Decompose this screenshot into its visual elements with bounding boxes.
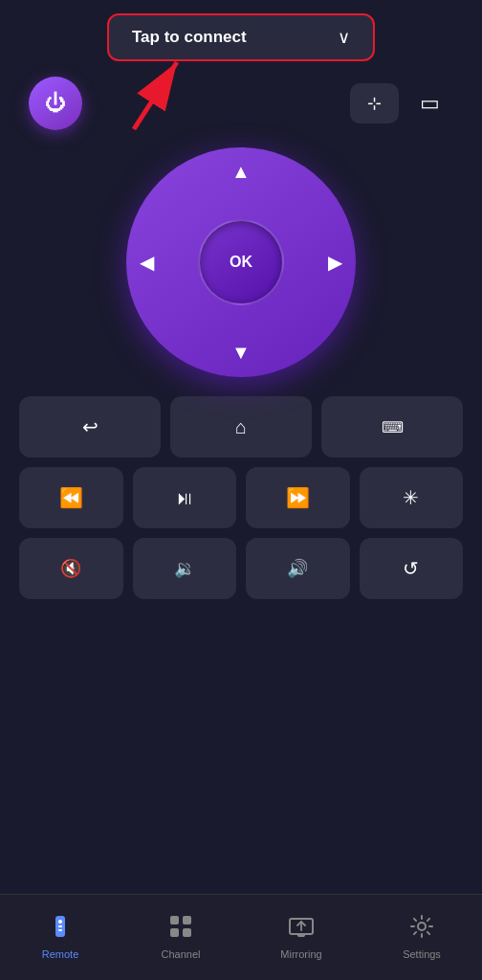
dpad-right-button[interactable]: ▶ <box>328 251 342 274</box>
dpad-down-button[interactable]: ▼ <box>231 342 251 364</box>
remote-icon <box>48 914 73 945</box>
svg-rect-8 <box>170 928 179 937</box>
fast-forward-button[interactable]: ⏩ <box>246 467 350 528</box>
power-icon: ⏻ <box>45 91 66 116</box>
home-icon: ⌂ <box>235 416 247 438</box>
asterisk-button[interactable]: ✳ <box>360 467 464 528</box>
volume-up-button[interactable]: 🔊 <box>246 538 350 599</box>
nav-mirroring[interactable]: Mirroring <box>241 906 362 969</box>
connect-bar-section: Tap to connect ∨ <box>0 0 482 69</box>
settings-icon <box>409 914 434 945</box>
tap-to-connect-button[interactable]: Tap to connect ∨ <box>107 13 375 61</box>
volume-down-button[interactable]: 🔉 <box>133 538 237 599</box>
play-pause-icon: ⏯ <box>175 487 194 509</box>
rewind-icon: ⏪ <box>59 486 83 509</box>
keyboard-icon: ⌨ <box>382 418 404 436</box>
play-pause-button[interactable]: ⏯ <box>133 467 237 528</box>
asterisk-icon: ✳ <box>403 486 419 509</box>
move-button[interactable]: ⊹ <box>350 83 399 123</box>
nav-settings-label: Settings <box>403 948 441 960</box>
ok-label: OK <box>230 254 252 271</box>
dpad-container: ▲ ▼ ◀ ▶ OK <box>0 138 482 396</box>
dpad-up-icon: ▲ <box>231 161 251 183</box>
svg-rect-6 <box>170 916 179 924</box>
back-icon: ↩ <box>82 415 99 438</box>
nav-channel-label: Channel <box>162 948 201 960</box>
dpad-up-button[interactable]: ▲ <box>231 161 251 183</box>
svg-rect-9 <box>183 928 191 937</box>
move-controls-group: ⊹ ▭ <box>350 81 453 125</box>
dpad-down-icon: ▼ <box>231 342 251 364</box>
channel-icon <box>168 914 193 945</box>
volume-up-icon: 🔊 <box>287 558 308 579</box>
back-button[interactable]: ↩ <box>19 396 161 457</box>
nav-mirroring-label: Mirroring <box>280 948 321 960</box>
keyboard-button[interactable]: ⌨ <box>321 396 463 457</box>
media-row2: ⏪ ⏯ ⏩ ✳ <box>0 467 482 528</box>
rewind-button[interactable]: ⏪ <box>19 467 123 528</box>
power-button[interactable]: ⏻ <box>29 77 82 130</box>
chevron-down-icon: ∨ <box>338 27 350 48</box>
dpad: ▲ ▼ ◀ ▶ OK <box>126 147 356 377</box>
volume-mute-button[interactable]: 🔇 <box>19 538 123 599</box>
svg-point-3 <box>58 920 62 924</box>
dpad-left-icon: ◀ <box>140 251 154 274</box>
media-row3: 🔇 🔉 🔊 ↺ <box>0 538 482 599</box>
reload-icon: ↺ <box>403 557 419 580</box>
top-controls-row: ⏻ ⊹ ▭ <box>0 69 482 138</box>
reload-button[interactable]: ↺ <box>360 538 464 599</box>
connect-label: Tap to connect <box>132 28 247 47</box>
nav-remote-label: Remote <box>42 948 79 960</box>
svg-point-11 <box>418 923 426 930</box>
row1-buttons: ↩ ⌂ ⌨ <box>0 396 482 457</box>
volume-mute-icon: 🔇 <box>60 558 81 579</box>
home-button[interactable]: ⌂ <box>170 396 312 457</box>
bottom-nav: Remote Channel Mirroring <box>0 894 482 980</box>
ok-button[interactable]: OK <box>198 219 284 305</box>
dpad-right-icon: ▶ <box>328 251 342 274</box>
fast-forward-icon: ⏩ <box>286 486 310 509</box>
window-button[interactable]: ▭ <box>406 81 453 125</box>
mirroring-icon <box>289 914 314 945</box>
nav-channel[interactable]: Channel <box>120 906 241 969</box>
dpad-left-button[interactable]: ◀ <box>140 251 154 274</box>
svg-rect-7 <box>183 916 191 924</box>
svg-rect-4 <box>58 925 62 927</box>
volume-down-icon: 🔉 <box>174 558 195 579</box>
move-icon: ⊹ <box>367 93 382 114</box>
svg-rect-5 <box>58 929 62 931</box>
nav-settings[interactable]: Settings <box>362 906 482 969</box>
nav-remote[interactable]: Remote <box>0 906 120 969</box>
window-icon: ▭ <box>420 91 440 116</box>
